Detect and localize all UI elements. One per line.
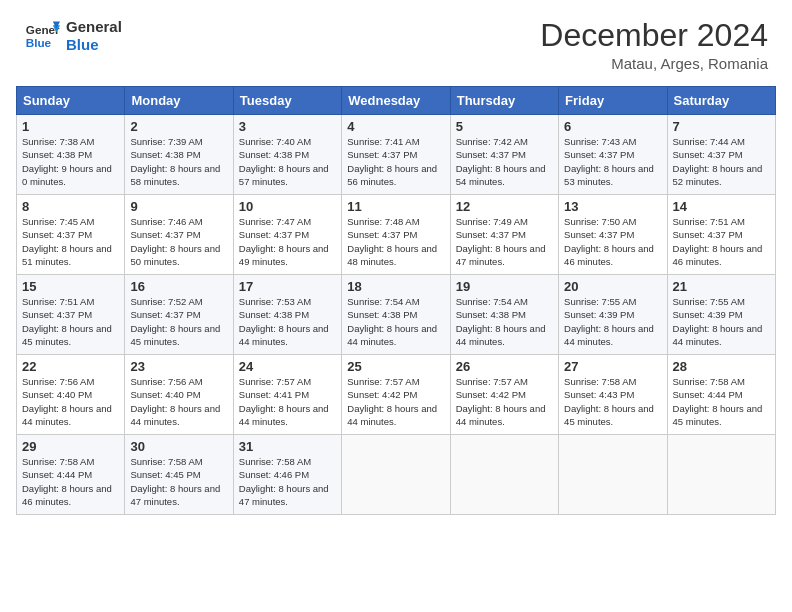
day-info: Sunrise: 7:48 AMSunset: 4:37 PMDaylight:…: [347, 215, 444, 268]
day-number: 3: [239, 119, 336, 134]
day-cell: 24Sunrise: 7:57 AMSunset: 4:41 PMDayligh…: [233, 355, 341, 435]
day-info: Sunrise: 7:39 AMSunset: 4:38 PMDaylight:…: [130, 135, 227, 188]
day-cell: 28Sunrise: 7:58 AMSunset: 4:44 PMDayligh…: [667, 355, 775, 435]
week-row-2: 8Sunrise: 7:45 AMSunset: 4:37 PMDaylight…: [17, 195, 776, 275]
calendar-header-row: SundayMondayTuesdayWednesdayThursdayFrid…: [17, 87, 776, 115]
day-info: Sunrise: 7:46 AMSunset: 4:37 PMDaylight:…: [130, 215, 227, 268]
day-cell: 19Sunrise: 7:54 AMSunset: 4:38 PMDayligh…: [450, 275, 558, 355]
day-cell: 22Sunrise: 7:56 AMSunset: 4:40 PMDayligh…: [17, 355, 125, 435]
day-cell: 10Sunrise: 7:47 AMSunset: 4:37 PMDayligh…: [233, 195, 341, 275]
day-number: 18: [347, 279, 444, 294]
day-number: 26: [456, 359, 553, 374]
page: General Blue General Blue December 2024 …: [0, 0, 792, 612]
day-info: Sunrise: 7:56 AMSunset: 4:40 PMDaylight:…: [22, 375, 119, 428]
day-number: 13: [564, 199, 661, 214]
day-cell: 1Sunrise: 7:38 AMSunset: 4:38 PMDaylight…: [17, 115, 125, 195]
day-cell: 11Sunrise: 7:48 AMSunset: 4:37 PMDayligh…: [342, 195, 450, 275]
day-cell: 12Sunrise: 7:49 AMSunset: 4:37 PMDayligh…: [450, 195, 558, 275]
day-number: 21: [673, 279, 770, 294]
day-info: Sunrise: 7:58 AMSunset: 4:45 PMDaylight:…: [130, 455, 227, 508]
day-info: Sunrise: 7:57 AMSunset: 4:41 PMDaylight:…: [239, 375, 336, 428]
logo: General Blue General Blue: [24, 18, 122, 54]
week-row-3: 15Sunrise: 7:51 AMSunset: 4:37 PMDayligh…: [17, 275, 776, 355]
day-number: 20: [564, 279, 661, 294]
day-info: Sunrise: 7:43 AMSunset: 4:37 PMDaylight:…: [564, 135, 661, 188]
day-info: Sunrise: 7:50 AMSunset: 4:37 PMDaylight:…: [564, 215, 661, 268]
logo-blue: Blue: [66, 36, 122, 54]
svg-text:Blue: Blue: [26, 36, 52, 49]
day-number: 28: [673, 359, 770, 374]
title-block: December 2024 Matau, Arges, Romania: [540, 18, 768, 72]
day-cell: 9Sunrise: 7:46 AMSunset: 4:37 PMDaylight…: [125, 195, 233, 275]
day-info: Sunrise: 7:45 AMSunset: 4:37 PMDaylight:…: [22, 215, 119, 268]
day-cell: 30Sunrise: 7:58 AMSunset: 4:45 PMDayligh…: [125, 435, 233, 515]
day-cell: 6Sunrise: 7:43 AMSunset: 4:37 PMDaylight…: [559, 115, 667, 195]
day-number: 2: [130, 119, 227, 134]
day-cell: 25Sunrise: 7:57 AMSunset: 4:42 PMDayligh…: [342, 355, 450, 435]
day-cell: [559, 435, 667, 515]
day-number: 5: [456, 119, 553, 134]
day-info: Sunrise: 7:51 AMSunset: 4:37 PMDaylight:…: [22, 295, 119, 348]
day-info: Sunrise: 7:42 AMSunset: 4:37 PMDaylight:…: [456, 135, 553, 188]
day-info: Sunrise: 7:44 AMSunset: 4:37 PMDaylight:…: [673, 135, 770, 188]
day-cell: [667, 435, 775, 515]
calendar: SundayMondayTuesdayWednesdayThursdayFrid…: [16, 86, 776, 515]
day-cell: 7Sunrise: 7:44 AMSunset: 4:37 PMDaylight…: [667, 115, 775, 195]
day-number: 6: [564, 119, 661, 134]
day-number: 24: [239, 359, 336, 374]
day-info: Sunrise: 7:57 AMSunset: 4:42 PMDaylight:…: [456, 375, 553, 428]
day-cell: 29Sunrise: 7:58 AMSunset: 4:44 PMDayligh…: [17, 435, 125, 515]
day-number: 9: [130, 199, 227, 214]
day-info: Sunrise: 7:56 AMSunset: 4:40 PMDaylight:…: [130, 375, 227, 428]
day-cell: 27Sunrise: 7:58 AMSunset: 4:43 PMDayligh…: [559, 355, 667, 435]
day-cell: 4Sunrise: 7:41 AMSunset: 4:37 PMDaylight…: [342, 115, 450, 195]
day-cell: 20Sunrise: 7:55 AMSunset: 4:39 PMDayligh…: [559, 275, 667, 355]
day-number: 19: [456, 279, 553, 294]
day-info: Sunrise: 7:58 AMSunset: 4:46 PMDaylight:…: [239, 455, 336, 508]
day-cell: 18Sunrise: 7:54 AMSunset: 4:38 PMDayligh…: [342, 275, 450, 355]
day-number: 31: [239, 439, 336, 454]
week-row-5: 29Sunrise: 7:58 AMSunset: 4:44 PMDayligh…: [17, 435, 776, 515]
day-info: Sunrise: 7:47 AMSunset: 4:37 PMDaylight:…: [239, 215, 336, 268]
logo-general: General: [66, 18, 122, 36]
day-number: 4: [347, 119, 444, 134]
day-info: Sunrise: 7:54 AMSunset: 4:38 PMDaylight:…: [347, 295, 444, 348]
day-cell: 3Sunrise: 7:40 AMSunset: 4:38 PMDaylight…: [233, 115, 341, 195]
day-cell: [342, 435, 450, 515]
day-info: Sunrise: 7:38 AMSunset: 4:38 PMDaylight:…: [22, 135, 119, 188]
day-number: 23: [130, 359, 227, 374]
col-header-monday: Monday: [125, 87, 233, 115]
subtitle: Matau, Arges, Romania: [540, 55, 768, 72]
day-number: 29: [22, 439, 119, 454]
day-info: Sunrise: 7:49 AMSunset: 4:37 PMDaylight:…: [456, 215, 553, 268]
day-number: 15: [22, 279, 119, 294]
day-number: 25: [347, 359, 444, 374]
week-row-1: 1Sunrise: 7:38 AMSunset: 4:38 PMDaylight…: [17, 115, 776, 195]
header: General Blue General Blue December 2024 …: [0, 0, 792, 80]
logo-icon: General Blue: [24, 18, 60, 54]
col-header-sunday: Sunday: [17, 87, 125, 115]
day-info: Sunrise: 7:58 AMSunset: 4:44 PMDaylight:…: [22, 455, 119, 508]
day-number: 1: [22, 119, 119, 134]
day-info: Sunrise: 7:55 AMSunset: 4:39 PMDaylight:…: [673, 295, 770, 348]
day-info: Sunrise: 7:58 AMSunset: 4:44 PMDaylight:…: [673, 375, 770, 428]
day-cell: 14Sunrise: 7:51 AMSunset: 4:37 PMDayligh…: [667, 195, 775, 275]
day-cell: 8Sunrise: 7:45 AMSunset: 4:37 PMDaylight…: [17, 195, 125, 275]
day-number: 11: [347, 199, 444, 214]
col-header-thursday: Thursday: [450, 87, 558, 115]
day-cell: 23Sunrise: 7:56 AMSunset: 4:40 PMDayligh…: [125, 355, 233, 435]
col-header-tuesday: Tuesday: [233, 87, 341, 115]
week-row-4: 22Sunrise: 7:56 AMSunset: 4:40 PMDayligh…: [17, 355, 776, 435]
day-cell: 16Sunrise: 7:52 AMSunset: 4:37 PMDayligh…: [125, 275, 233, 355]
day-number: 10: [239, 199, 336, 214]
day-cell: 26Sunrise: 7:57 AMSunset: 4:42 PMDayligh…: [450, 355, 558, 435]
day-cell: 17Sunrise: 7:53 AMSunset: 4:38 PMDayligh…: [233, 275, 341, 355]
day-info: Sunrise: 7:54 AMSunset: 4:38 PMDaylight:…: [456, 295, 553, 348]
day-info: Sunrise: 7:55 AMSunset: 4:39 PMDaylight:…: [564, 295, 661, 348]
day-cell: 21Sunrise: 7:55 AMSunset: 4:39 PMDayligh…: [667, 275, 775, 355]
day-info: Sunrise: 7:41 AMSunset: 4:37 PMDaylight:…: [347, 135, 444, 188]
day-info: Sunrise: 7:53 AMSunset: 4:38 PMDaylight:…: [239, 295, 336, 348]
day-info: Sunrise: 7:58 AMSunset: 4:43 PMDaylight:…: [564, 375, 661, 428]
day-cell: [450, 435, 558, 515]
col-header-wednesday: Wednesday: [342, 87, 450, 115]
